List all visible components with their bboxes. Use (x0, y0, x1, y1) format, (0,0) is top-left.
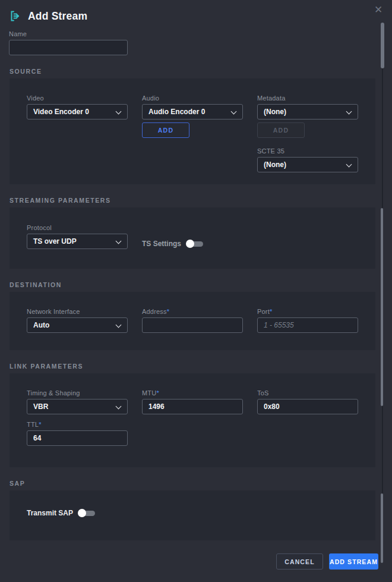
required-asterisk: * (270, 308, 272, 315)
streaming-panel: Protocol TS over UDP TS Settings (10, 207, 375, 269)
metadata-field-group: Metadata (None) ADD SCTE 35 (None) (257, 95, 358, 172)
ttl-field-group: TTL* (27, 421, 128, 446)
port-input[interactable] (257, 317, 358, 333)
scrollbar-thumb-middle[interactable] (381, 208, 383, 406)
timing-shaping-label: Timing & Shaping (27, 389, 128, 397)
required-asterisk: * (156, 389, 159, 397)
network-interface-select[interactable]: Auto (27, 317, 128, 333)
ts-settings-toggle[interactable] (186, 240, 204, 248)
required-asterisk: * (167, 308, 169, 315)
name-field-group: Name (9, 30, 392, 55)
mtu-input[interactable] (142, 399, 243, 414)
scte35-select[interactable]: (None) (257, 157, 358, 172)
sap-section-heading: SAP (10, 480, 392, 487)
audio-select[interactable]: Audio Encoder 0 (142, 104, 243, 119)
network-interface-select-value: Auto (33, 321, 49, 329)
link-panel: Timing & Shaping VBR MTU* ToS TTL* (10, 373, 375, 467)
scrollbar-thumb-bottom[interactable] (381, 493, 383, 563)
transmit-sap-toggle[interactable] (78, 509, 96, 517)
toggle-knob (78, 509, 86, 517)
protocol-select-value: TS over UDP (33, 237, 77, 246)
network-interface-label: Network Interface (27, 308, 128, 315)
audio-field-group: Audio Audio Encoder 0 ADD (142, 95, 243, 138)
add-stream-button[interactable]: ADD STREAM (329, 553, 378, 570)
chevron-down-icon (231, 109, 236, 115)
video-select-value: Video Encoder 0 (33, 108, 89, 116)
tos-field-group: ToS (257, 389, 358, 414)
scrollbar-thumb-top[interactable] (381, 23, 384, 68)
ttl-label: TTL* (27, 421, 128, 428)
transmit-sap-group: Transmit SAP (27, 509, 375, 517)
tos-label: ToS (257, 389, 358, 397)
video-field-group: Video Video Encoder 0 (27, 95, 128, 119)
chevron-down-icon (116, 109, 121, 115)
destination-panel: Network Interface Auto Address* Port* (10, 292, 375, 350)
cancel-button[interactable]: CANCEL (276, 553, 323, 570)
dialog-header: Add Stream (0, 0, 392, 23)
address-field-group: Address* (142, 308, 243, 333)
metadata-select[interactable]: (None) (257, 104, 358, 119)
timing-shaping-select-value: VBR (33, 402, 48, 411)
name-label: Name (9, 30, 392, 37)
network-interface-field-group: Network Interface Auto (27, 308, 128, 333)
protocol-select[interactable]: TS over UDP (27, 234, 128, 249)
add-audio-button[interactable]: ADD (142, 122, 189, 138)
link-section-heading: LINK PARAMETERS (10, 363, 392, 370)
destination-section-heading: DESTINATION (10, 281, 392, 288)
scte35-select-value: (None) (264, 161, 286, 169)
chevron-down-icon (116, 239, 121, 244)
add-metadata-button-disabled: ADD (257, 122, 305, 138)
timing-shaping-select[interactable]: VBR (27, 399, 128, 414)
transmit-sap-label: Transmit SAP (27, 509, 73, 517)
address-input[interactable] (142, 317, 243, 333)
tos-input[interactable] (257, 399, 358, 414)
port-field-group: Port* (257, 308, 358, 333)
stream-output-icon (9, 10, 22, 23)
page-title: Add Stream (28, 10, 87, 23)
scte35-label: SCTE 35 (257, 147, 358, 155)
close-icon[interactable]: ✕ (371, 2, 386, 17)
mtu-field-group: MTU* (142, 389, 243, 414)
add-stream-dialog: ✕ Add Stream Name SOURCE Video Video Enc… (0, 0, 392, 582)
timing-shaping-field-group: Timing & Shaping VBR (27, 389, 128, 414)
source-section-heading: SOURCE (10, 68, 392, 75)
sap-panel: Transmit SAP (10, 490, 375, 540)
ts-settings-group: TS Settings (142, 240, 243, 248)
streaming-section-heading: STREAMING PARAMETERS (10, 197, 392, 204)
chevron-down-icon (116, 323, 121, 328)
required-asterisk: * (39, 421, 41, 428)
toggle-knob (186, 240, 194, 248)
dialog-footer: CANCEL ADD STREAM (276, 553, 378, 570)
chevron-down-icon (116, 404, 121, 410)
name-input[interactable] (9, 40, 128, 55)
ttl-input[interactable] (27, 430, 128, 446)
video-label: Video (27, 95, 128, 102)
protocol-label: Protocol (27, 224, 128, 231)
port-label: Port* (257, 308, 358, 315)
audio-select-value: Audio Encoder 0 (148, 108, 205, 116)
chevron-down-icon (346, 109, 352, 115)
mtu-label: MTU* (142, 389, 243, 397)
address-label: Address* (142, 308, 243, 315)
video-select[interactable]: Video Encoder 0 (27, 104, 128, 119)
ts-settings-label: TS Settings (142, 240, 181, 248)
protocol-field-group: Protocol TS over UDP (27, 224, 128, 249)
chevron-down-icon (346, 162, 352, 168)
metadata-label: Metadata (257, 95, 358, 102)
source-panel: Video Video Encoder 0 Audio Audio Encode… (10, 78, 375, 184)
audio-label: Audio (142, 95, 243, 102)
metadata-select-value: (None) (264, 108, 286, 116)
